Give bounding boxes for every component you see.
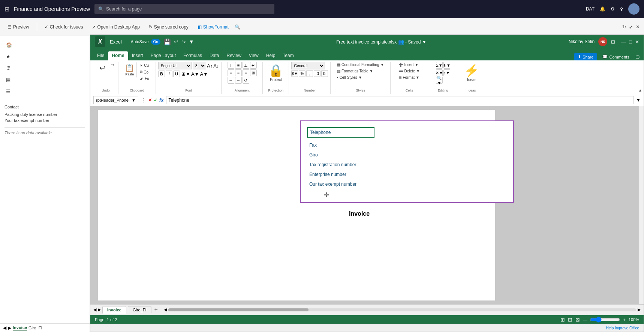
grow-icon[interactable]: A↑: [207, 63, 213, 69]
add-sheet-button[interactable]: +: [153, 306, 159, 313]
tab-file[interactable]: File: [93, 51, 108, 60]
font-color-icon[interactable]: A▼: [200, 71, 208, 77]
tab-team[interactable]: Team: [279, 51, 297, 60]
sheet-scroll-left[interactable]: ◀: [164, 307, 167, 312]
formula-cancel-button[interactable]: ✕: [148, 97, 152, 103]
align-mid-button[interactable]: ≡: [235, 62, 242, 69]
format-as-table-button[interactable]: ▦ Format as Table ▼: [335, 68, 374, 74]
tab-page-layout[interactable]: Page Layout: [147, 51, 180, 60]
waffle-icon[interactable]: ⊞: [4, 6, 9, 13]
delete-cells-button[interactable]: ➖ Delete ▼: [397, 68, 421, 74]
bell-icon[interactable]: 🔔: [600, 6, 605, 12]
cut-button[interactable]: ✂ Cu: [138, 63, 151, 68]
redo-button[interactable]: ↪: [110, 62, 116, 68]
paste-button[interactable]: 📋 Paste: [123, 62, 137, 78]
formula-expand-button[interactable]: ▼: [636, 98, 641, 103]
tab-formulas[interactable]: Formulas: [180, 51, 206, 60]
clear-button[interactable]: ✕▼: [436, 69, 443, 76]
format-painter-button[interactable]: 🖌 Fo: [138, 76, 151, 81]
conditional-dropdown[interactable]: ▼: [380, 63, 384, 67]
italic-button[interactable]: I: [166, 71, 172, 77]
name-box-dropdown[interactable]: ▼: [132, 98, 136, 102]
ribbon-show-icon[interactable]: ⊡: [611, 39, 615, 45]
save-icon[interactable]: 💾: [163, 38, 171, 45]
format-table-dropdown[interactable]: ▼: [370, 69, 373, 73]
cell-telephone[interactable]: Telephone: [307, 127, 374, 138]
sheet-tab-invoice[interactable]: Invoice: [102, 306, 126, 314]
increase-indent-button[interactable]: →: [235, 77, 242, 84]
cell-enterprise[interactable]: Enterprise number: [307, 171, 427, 178]
sync-button[interactable]: ↻ Sync stored copy: [146, 23, 192, 31]
collaborate-icon[interactable]: 👥: [398, 39, 404, 45]
comma-button[interactable]: ,: [306, 70, 313, 77]
normal-view-button[interactable]: ⊞: [560, 317, 565, 323]
copy-button[interactable]: ⧉ Co: [138, 69, 151, 75]
open-desktop-button[interactable]: ↗ Open in Desktop App: [89, 23, 142, 31]
sheet-prev-button[interactable]: ◀: [93, 307, 96, 312]
tab-data[interactable]: Data: [206, 51, 223, 60]
decrease-decimal-button[interactable]: 0.: [321, 70, 328, 77]
border-icon[interactable]: ⊞▼: [181, 71, 190, 77]
tab-insert[interactable]: Insert: [128, 51, 147, 60]
insert-cells-button[interactable]: ➕ Insert ▼: [397, 62, 420, 68]
insert-dropdown[interactable]: ▼: [415, 63, 418, 67]
accounting-button[interactable]: $▼: [291, 70, 298, 77]
cell-giro[interactable]: Giro: [307, 151, 427, 158]
find-select-button[interactable]: 🔍▼: [436, 77, 443, 84]
maximize-button[interactable]: □: [629, 39, 632, 45]
formula-fx-button[interactable]: fx: [159, 97, 164, 103]
cell-fax[interactable]: Fax: [307, 141, 427, 149]
giro-tab-bottom[interactable]: Giro_FI: [28, 326, 42, 330]
help-improve-label[interactable]: Help Improve Office: [606, 326, 639, 330]
close-icon[interactable]: ✕: [636, 24, 640, 30]
check-issues-button[interactable]: ✓ Check for issues: [42, 23, 86, 31]
bold-button[interactable]: B: [158, 71, 165, 77]
invoice-tab-bottom[interactable]: Invoice: [13, 325, 27, 330]
format-cells-button[interactable]: ⊞ Format ▼: [397, 75, 421, 80]
sidebar-item-favorites[interactable]: ★: [0, 51, 90, 62]
sidebar-item-menu[interactable]: ☰: [0, 86, 90, 97]
zoom-slider[interactable]: [590, 317, 620, 323]
autosave-toggle[interactable]: On: [151, 39, 160, 45]
autosum-button[interactable]: Σ▼: [436, 62, 443, 69]
prev-icon[interactable]: ◀: [3, 325, 6, 330]
ribbon-collapse-button[interactable]: ▲: [638, 88, 642, 92]
font-name-select[interactable]: Segoe UI: [158, 62, 192, 69]
undo-title-icon[interactable]: ↩: [174, 39, 178, 45]
fill-button[interactable]: ⬇▼: [443, 62, 450, 69]
horizontal-scrollbar[interactable]: [168, 308, 636, 311]
formula-confirm-button[interactable]: ✓: [154, 97, 158, 103]
formula-input-area[interactable]: Telephone: [166, 96, 634, 104]
tab-review[interactable]: Review: [223, 51, 245, 60]
sheet-tab-giro[interactable]: Giro_FI: [128, 306, 151, 313]
refresh-icon[interactable]: ↻: [622, 24, 626, 30]
format-cells-dropdown[interactable]: ▼: [416, 75, 419, 80]
sidebar-item-recent[interactable]: ⏱: [0, 62, 90, 74]
page-break-view-button[interactable]: ⊠: [575, 317, 580, 323]
page-layout-view-button[interactable]: ⊟: [568, 317, 572, 323]
customize-icon[interactable]: ▼: [189, 39, 194, 45]
zoom-minus-button[interactable]: —: [583, 317, 587, 322]
zoom-plus-button[interactable]: +: [623, 317, 625, 322]
share-button[interactable]: ⬆ Share: [574, 53, 597, 60]
cell-tax-reg[interactable]: Tax registration number: [307, 161, 427, 168]
align-bot-button[interactable]: ⊥: [243, 62, 249, 69]
tab-help[interactable]: Help: [262, 51, 279, 60]
wrap-text-button[interactable]: ↵: [250, 62, 257, 69]
sort-filter-button[interactable]: ↕▼: [443, 69, 450, 76]
redo-title-icon[interactable]: ↪: [181, 39, 186, 45]
sheet-next-button[interactable]: ▶: [98, 307, 101, 312]
sheet-scroll-right[interactable]: ▶: [638, 307, 641, 312]
help-icon[interactable]: ?: [620, 6, 623, 12]
underline-button[interactable]: U: [173, 71, 180, 77]
cell-styles-dropdown[interactable]: ▼: [358, 75, 362, 80]
fill-color-icon[interactable]: A▼: [191, 71, 199, 77]
sidebar-item-home[interactable]: 🏠: [0, 39, 90, 51]
align-right-button[interactable]: ≡: [243, 69, 249, 76]
minimize-button[interactable]: —: [621, 39, 626, 45]
vertical-scrollbar[interactable]: [638, 106, 644, 304]
decrease-indent-button[interactable]: ←: [228, 77, 234, 84]
tab-home[interactable]: Home: [108, 51, 128, 60]
gear-icon[interactable]: ⚙: [611, 6, 615, 12]
smiley-icon[interactable]: ☺: [635, 54, 641, 60]
